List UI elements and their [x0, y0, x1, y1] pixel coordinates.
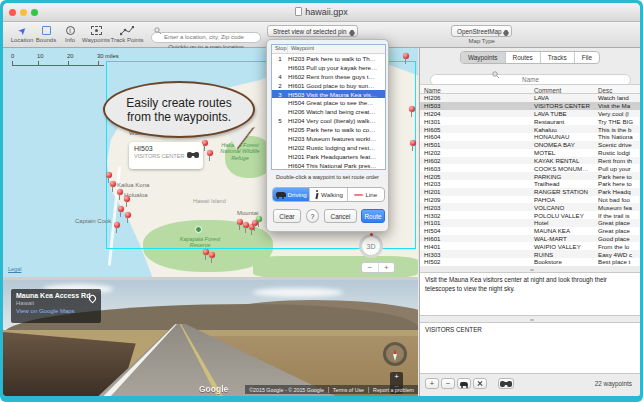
display-select[interactable]: Street view of selected pin — [267, 25, 358, 37]
map-zoom-out-button[interactable]: − — [362, 263, 379, 272]
route-list-item[interactable]: HI205 Park here to walk to co… — [272, 125, 385, 134]
table-row[interactable]: HI504 MAUNA KEA Great place — [420, 227, 640, 235]
table-row[interactable]: HI202 MOTEL Rustic lodgi — [420, 149, 640, 157]
pin-icon[interactable] — [124, 196, 130, 202]
pin-icon[interactable] — [110, 181, 116, 187]
report-problem-link[interactable]: Report a problem — [369, 387, 418, 393]
select-arrows-icon — [503, 28, 509, 38]
comment-box[interactable]: VISITORS CENTER — [420, 322, 640, 374]
table-row[interactable]: HI302 POLOLU VALLEY If the trail is — [420, 211, 640, 219]
cancel-button[interactable]: Cancel — [324, 209, 357, 223]
route-list-item[interactable]: 1 HI203 Park here to walk to Th… — [272, 54, 385, 63]
legal-link[interactable]: Legal — [8, 266, 21, 272]
pin-icon[interactable] — [118, 206, 124, 212]
route-list-rows: 1 HI203 Park here to walk to Th… HI603 P… — [272, 54, 385, 170]
pin-icon[interactable] — [125, 212, 131, 218]
pin-icon[interactable] — [106, 172, 112, 178]
panel-tab[interactable]: File — [575, 52, 599, 63]
street-view-button[interactable] — [498, 378, 514, 389]
table-row[interactable]: HI501 ONOMEA BAY Scenic drive — [420, 141, 640, 149]
map-3d-compass[interactable]: 3D — [359, 234, 383, 258]
map-zoom-control: − + — [361, 262, 395, 273]
table-row[interactable]: HI601 WAL-MART Good place — [420, 235, 640, 243]
search-icon — [492, 71, 500, 79]
drive-route-button[interactable] — [457, 378, 471, 389]
route-list-item[interactable]: 2 HI601 Good place to buy sun… — [272, 81, 385, 90]
route-button[interactable]: Route — [361, 209, 385, 223]
panel-tab[interactable]: Waypoints — [461, 52, 506, 63]
route-list-item[interactable]: HI203 Museum features worki… — [272, 134, 385, 143]
route-list-item[interactable]: HI504 Great place to see the… — [272, 98, 385, 107]
route-list-item[interactable]: HI201 Park Headquarters feat… — [272, 152, 385, 161]
table-row[interactable]: HI201 RANGER STATION Park Headq — [420, 188, 640, 196]
streetview-compass[interactable] — [383, 342, 407, 366]
table-row[interactable]: HI401 WAIPIO VALLEY From the lo — [420, 242, 640, 250]
terms-of-use-link[interactable]: Terms of Use — [329, 387, 369, 393]
select-arrows-icon — [349, 28, 355, 38]
table-row[interactable]: HI206 LAVA Watch land — [420, 94, 640, 102]
panel-tab[interactable]: Routes — [506, 52, 541, 63]
route-list-item[interactable]: HI604 This National Park pres… — [272, 161, 385, 170]
table-row[interactable]: HI303 RUINS Easy 4WD c — [420, 250, 640, 258]
streetview-zoom-in-button[interactable]: + — [390, 372, 403, 382]
add-waypoint-button[interactable]: + — [425, 378, 439, 389]
panel-tab[interactable]: Tracks — [541, 52, 575, 63]
route-list-item[interactable]: 5 HI204 Very cool (literaly) walk… — [272, 116, 385, 125]
pin-icon[interactable] — [403, 53, 409, 59]
fit-bounds-button[interactable] — [473, 378, 487, 389]
pin-icon[interactable] — [209, 252, 215, 258]
map-type-select[interactable]: OpenStreetMap — [451, 25, 512, 37]
route-list-item[interactable]: HI202 Rustic lodging and rest… — [272, 143, 385, 152]
pin-icon[interactable] — [409, 106, 415, 112]
route-list-item[interactable]: HI603 Pull up your kayak here… — [272, 63, 385, 72]
street-view[interactable]: Mauna Kea Access Rd Hawaii View on Googl… — [3, 280, 418, 396]
pin-icon[interactable] — [114, 222, 120, 228]
streetview-info-card: Mauna Kea Access Rd Hawaii View on Googl… — [11, 289, 101, 323]
column-name[interactable]: Name — [424, 87, 441, 94]
track-points-icon — [120, 26, 134, 36]
column-desc[interactable]: Desc — [598, 87, 612, 94]
toolbar-track-points-button[interactable]: Track Points — [107, 24, 147, 43]
copyright-text: ©2015 Google - © 2015 Google — [245, 387, 329, 393]
column-comment[interactable]: Comment — [534, 87, 561, 94]
pin-icon[interactable] — [256, 216, 262, 222]
location-search-input[interactable] — [151, 32, 261, 43]
table-row[interactable]: HI204 LAVA TUBE Very cool (l — [420, 110, 640, 118]
table-row[interactable]: HI503 VISITORS CENTER Visit the Ma — [420, 102, 640, 110]
map-zoom-in-button[interactable]: + — [379, 263, 395, 272]
table-row[interactable]: HI205 PARKING Park here to — [420, 172, 640, 180]
clear-button[interactable]: Clear — [273, 209, 301, 223]
map-scale-line — [12, 65, 104, 66]
splitter-handle[interactable] — [530, 319, 534, 321]
route-list-item[interactable]: HI206 Watch land being creat… — [272, 107, 385, 116]
pin-icon[interactable] — [410, 140, 416, 146]
help-button[interactable]: ? — [306, 209, 319, 223]
driving-mode-button[interactable]: Driving — [273, 188, 310, 201]
annotation-bubble: Easily create routes from the waypoints. — [103, 81, 255, 138]
table-row[interactable]: HI603 COOKS MONUM… Pull up your — [420, 164, 640, 172]
pin-icon[interactable] — [207, 150, 213, 156]
table-row[interactable]: HI203 Trailhead Park here to — [420, 180, 640, 188]
table-row[interactable]: HI502 Bookstore Best place t — [420, 258, 640, 266]
route-list-item[interactable]: 3 HI503 Visit the Mauna Kea vis… — [272, 90, 385, 99]
table-row[interactable]: HI101 Hotel Great place — [420, 219, 640, 227]
route-list-item[interactable]: 4 HI602 Rent from these guys t… — [272, 72, 385, 81]
table-row[interactable]: HI605 Kahaluu This is the b — [420, 125, 640, 133]
remove-waypoint-button[interactable]: − — [441, 378, 455, 389]
table-row[interactable]: HI209 PAHOA Not bad foo — [420, 196, 640, 204]
waypoint-callout[interactable]: HI503 VISITORS CENTER — [129, 142, 203, 169]
table-row[interactable]: HI203 VOLCANO Museum fea — [420, 203, 640, 211]
pin-icon[interactable] — [117, 189, 123, 195]
line-mode-button[interactable]: Line — [348, 188, 384, 201]
binoculars-icon — [500, 380, 512, 388]
route-waypoint-list: Stop Waypoint 1 HI203 Park here to walk … — [271, 44, 386, 170]
view-on-google-maps-link[interactable]: View on Google Maps — [16, 308, 96, 314]
sv-cloud — [253, 288, 343, 297]
table-row[interactable]: HI604 HONAUNAU This Nationa — [420, 133, 640, 141]
table-row[interactable]: HI301 Restaurant Try THE BIG — [420, 117, 640, 125]
walking-mode-button[interactable]: Walking — [310, 188, 347, 201]
splitter-handle[interactable] — [530, 269, 534, 271]
description-box[interactable]: Visit the Mauna Kea visitors center at n… — [420, 272, 640, 316]
table-row[interactable]: HI602 KAYAK RENTAL Rent from th — [420, 157, 640, 165]
tree-icon — [195, 226, 202, 233]
